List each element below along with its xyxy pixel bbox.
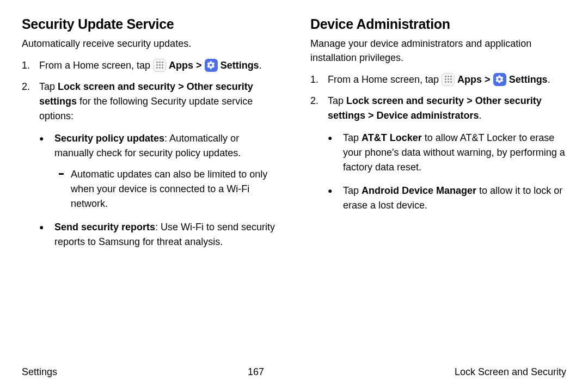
period: . bbox=[259, 60, 262, 71]
intro-text: Automatically receive security updates. bbox=[22, 36, 278, 51]
svg-point-0 bbox=[156, 62, 158, 63]
step-2: Tap Lock screen and security > Other sec… bbox=[22, 79, 278, 249]
list-item: Tap Android Device Manager to allow it t… bbox=[328, 183, 566, 213]
svg-point-1 bbox=[159, 62, 161, 63]
left-column: Security Update Service Automatically re… bbox=[22, 16, 278, 258]
svg-point-7 bbox=[159, 67, 161, 69]
steps-list: From a Home screen, tap Apps > Settings.… bbox=[22, 58, 278, 249]
bullet-list: Tap AT&T Locker to allow AT&T Locker to … bbox=[328, 131, 566, 213]
svg-point-8 bbox=[162, 67, 163, 69]
page-footer: Settings 167 Lock Screen and Security bbox=[22, 366, 566, 378]
settings-label: Settings bbox=[509, 74, 548, 85]
svg-point-17 bbox=[450, 82, 452, 83]
list-item: Security policy updates: Automatically o… bbox=[39, 131, 278, 211]
svg-point-11 bbox=[450, 76, 452, 78]
intro-text: Manage your device administrators and ap… bbox=[310, 36, 566, 65]
step-text: . bbox=[479, 110, 482, 121]
dash-list: Automatic updates can also be limited to… bbox=[54, 167, 278, 211]
svg-point-5 bbox=[162, 64, 163, 66]
apps-icon bbox=[153, 59, 166, 72]
step-text: Tap bbox=[328, 95, 346, 106]
heading-device-administration: Device Administration bbox=[310, 16, 566, 32]
step-text: From a Home screen, tap bbox=[39, 60, 153, 71]
svg-point-2 bbox=[162, 62, 163, 63]
settings-icon bbox=[205, 59, 218, 72]
caret: > bbox=[193, 60, 205, 71]
svg-point-14 bbox=[450, 79, 452, 81]
steps-list: From a Home screen, tap Apps > Settings.… bbox=[310, 72, 566, 213]
svg-point-10 bbox=[448, 76, 449, 78]
step-2: Tap Lock screen and security > Other sec… bbox=[310, 94, 566, 213]
footer-page-number: 167 bbox=[248, 366, 264, 378]
period: . bbox=[548, 74, 550, 85]
step-1: From a Home screen, tap Apps > Settings. bbox=[310, 72, 566, 87]
bold-term: Security policy updates bbox=[54, 133, 164, 144]
settings-label: Settings bbox=[220, 60, 259, 71]
apps-icon bbox=[442, 73, 455, 86]
list-item: Automatic updates can also be limited to… bbox=[59, 167, 278, 211]
svg-point-3 bbox=[156, 64, 158, 66]
step-1: From a Home screen, tap Apps > Settings. bbox=[22, 58, 278, 73]
footer-right: Lock Screen and Security bbox=[455, 366, 566, 378]
svg-point-15 bbox=[445, 82, 446, 83]
apps-label: Apps bbox=[457, 74, 482, 85]
bold-path: Lock screen and security > Other securit… bbox=[328, 95, 542, 121]
svg-point-9 bbox=[445, 76, 446, 78]
bold-term: Android Device Manager bbox=[362, 185, 476, 196]
svg-point-16 bbox=[448, 82, 449, 83]
bold-term: AT&T Locker bbox=[362, 132, 422, 143]
step-text: Tap bbox=[343, 185, 362, 196]
apps-label: Apps bbox=[169, 60, 193, 71]
bold-term: Send security reports bbox=[54, 222, 155, 232]
list-item: Tap AT&T Locker to allow AT&T Locker to … bbox=[328, 131, 566, 175]
step-text: Tap bbox=[343, 132, 362, 143]
svg-point-12 bbox=[445, 79, 446, 81]
footer-left: Settings bbox=[22, 366, 57, 378]
caret: > bbox=[482, 74, 493, 85]
step-text: Tap bbox=[39, 81, 58, 92]
heading-security-update-service: Security Update Service bbox=[22, 16, 278, 32]
svg-point-4 bbox=[159, 64, 161, 66]
list-item: Send security reports: Use Wi-Fi to send… bbox=[39, 220, 278, 249]
step-text: From a Home screen, tap bbox=[328, 74, 442, 85]
right-column: Device Administration Manage your device… bbox=[310, 16, 566, 258]
svg-point-13 bbox=[448, 79, 449, 81]
bullet-list: Security policy updates: Automatically o… bbox=[39, 131, 278, 249]
settings-icon bbox=[493, 73, 506, 86]
content-columns: Security Update Service Automatically re… bbox=[22, 16, 566, 258]
svg-point-6 bbox=[156, 67, 158, 69]
